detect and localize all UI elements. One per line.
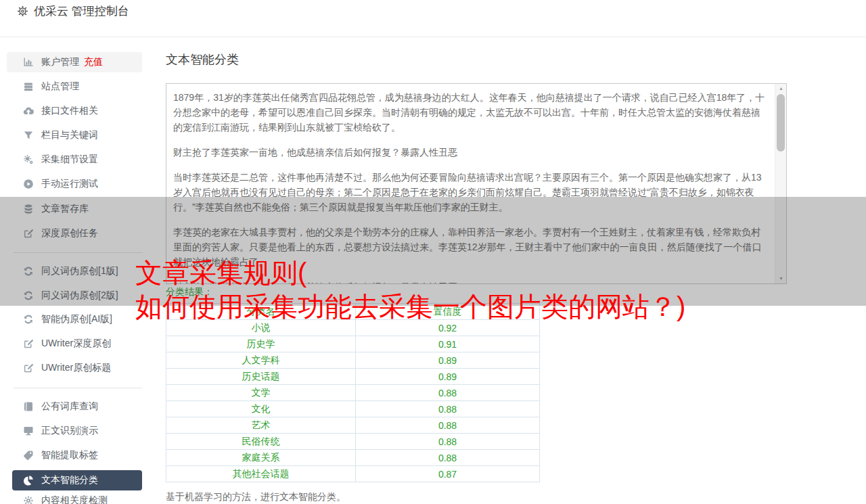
sidebar-item-18[interactable]: 内容相关度检测 <box>12 490 142 504</box>
sidebar-item-label: 文章暂存库 <box>41 203 89 215</box>
category-cell: 小说 <box>166 320 356 336</box>
sidebar-item-label: 同义词伪原创[2版] <box>41 290 118 302</box>
table-row: 文化0.88 <box>166 401 540 417</box>
sidebar-item-6[interactable]: 手动运行测试 <box>12 174 142 194</box>
sidebar-divider <box>14 252 142 253</box>
table-row: 人文学科0.89 <box>166 352 540 369</box>
sidebar-item-4[interactable]: 栏目与关键词 <box>12 125 142 145</box>
table-row: 艺术0.88 <box>166 417 540 434</box>
server-icon <box>23 81 34 92</box>
category-cell: 其他社会话题 <box>166 466 356 482</box>
category-cell: 文学 <box>166 385 356 401</box>
table-row: 民俗传统0.88 <box>166 434 540 450</box>
column-header: 分类名 <box>166 304 356 320</box>
sidebar-item-9[interactable]: 同义词伪原创[1版] <box>12 261 142 281</box>
sidebar-item-15[interactable]: 正文识别演示 <box>12 421 142 441</box>
scroll-up-icon[interactable]: ▲ <box>775 84 787 93</box>
book-icon <box>23 401 34 412</box>
table-row: 家庭关系0.88 <box>166 450 540 466</box>
confidence-cell: 0.88 <box>356 385 540 401</box>
article-paragraph-4: 李莲英的老家在大城县李贾村，他的父亲是个勤劳本分的庄稼人，靠种田养活一家老小。李… <box>173 225 766 269</box>
sidebar-divider <box>14 388 142 388</box>
sidebar-item-2[interactable]: 站点管理 <box>12 76 142 97</box>
database-icon <box>23 204 34 214</box>
bar-chart-icon <box>23 57 34 68</box>
sidebar-item-11[interactable]: 智能伪原创[AI版] <box>12 309 142 329</box>
sidebar-item-label: 公有词库查询 <box>41 400 98 413</box>
sidebar-item-label: 手动运行测试 <box>41 178 98 190</box>
sidebar-item-17[interactable]: 文本智能分类 <box>12 470 142 490</box>
result-label: 分类结果： <box>166 286 213 298</box>
confidence-cell: 0.91 <box>356 336 540 352</box>
article-scrollbar[interactable]: ▲ ▼ <box>775 84 786 283</box>
sidebar-item-5[interactable]: 采集细节设置 <box>12 150 142 170</box>
category-cell: 历史学 <box>166 336 356 352</box>
sidebar-item-label: 正文识别演示 <box>41 425 98 437</box>
pie-chart-icon <box>23 475 34 486</box>
article-textarea[interactable]: 1879年，31岁的李莲英出任储秀宫四品花翎总管，成为慈禧身边的大红人。这年春天… <box>166 83 787 284</box>
category-cell: 历史话题 <box>166 369 356 385</box>
edit-icon <box>23 228 34 239</box>
category-cell: 民俗传统 <box>166 434 356 450</box>
app-window: 优采云 管理控制台 账户管理充值站点管理接口文件相关栏目与关键词采集细节设置手动… <box>0 0 866 504</box>
confidence-cell: 0.88 <box>356 401 540 417</box>
confidence-cell: 0.88 <box>356 434 540 450</box>
table-row: 历史话题0.89 <box>166 369 540 385</box>
sidebar-item-1[interactable]: 账户管理充值 <box>7 52 142 72</box>
footnote-text: 基于机器学习的方法，进行文本智能分类。 <box>166 491 346 503</box>
edit-icon <box>23 338 34 349</box>
confidence-cell: 0.87 <box>356 466 540 482</box>
category-cell: 家庭关系 <box>166 450 356 466</box>
sidebar-item-label: 账户管理 <box>41 56 79 68</box>
article-paragraph-5: 财主抢了李莲英家一亩地，他成慈禧亲信后如何报复？暴露人性丑恶 <box>173 279 766 284</box>
results-table: 分类名置信度小说0.92历史学0.91人文学科0.89历史话题0.89文学0.8… <box>166 303 540 482</box>
sidebar-item-12[interactable]: UWriter深度原创 <box>12 334 142 354</box>
scroll-down-icon[interactable]: ▼ <box>775 274 787 283</box>
table-header-row: 分类名置信度 <box>166 304 540 320</box>
sidebar-item-label: UWriter深度原创 <box>41 338 111 350</box>
sidebar-item-label: 智能伪原创[AI版] <box>41 313 112 325</box>
confidence-cell: 0.88 <box>356 417 540 434</box>
sidebar-item-label: 深度原创任务 <box>41 227 98 239</box>
sidebar-item-label: 内容相关度检测 <box>41 495 108 504</box>
table-row: 文学0.88 <box>166 385 540 401</box>
confidence-cell: 0.92 <box>356 320 540 336</box>
article-paragraph-2: 财主抢了李莲英家一亩地，他成慈禧亲信后如何报复？暴露人性丑恶 <box>173 145 766 160</box>
category-cell: 艺术 <box>166 417 356 434</box>
gears-icon <box>23 154 34 165</box>
sidebar-item-10[interactable]: 同义词伪原创[2版] <box>12 285 142 306</box>
category-cell: 文化 <box>166 401 356 417</box>
edit-icon <box>23 363 34 373</box>
app-header: 优采云 管理控制台 <box>0 0 866 37</box>
sidebar-item-13[interactable]: UWriter原创标题 <box>12 358 142 378</box>
sidebar-item-3[interactable]: 接口文件相关 <box>12 101 142 121</box>
article-paragraph-1: 1879年，31岁的李莲英出任储秀宫四品花翎总管，成为慈禧身边的大红人。这年春天… <box>173 90 766 135</box>
confidence-cell: 0.88 <box>356 450 540 466</box>
category-cell: 人文学科 <box>166 352 356 369</box>
sidebar-item-label: 栏目与关键词 <box>41 129 98 141</box>
sidebar-item-7[interactable]: 文章暂存库 <box>12 199 142 219</box>
refresh-icon <box>23 290 34 301</box>
table-row: 其他社会话题0.87 <box>166 466 540 482</box>
sidebar-item-label: 同义词伪原创[1版] <box>41 265 118 277</box>
refresh-icon <box>23 266 34 277</box>
gear-icon <box>23 495 34 504</box>
sidebar-item-label: 文本智能分类 <box>41 474 98 486</box>
table-row: 历史学0.91 <box>166 336 540 352</box>
sidebar-item-label: 智能提取标签 <box>41 449 98 461</box>
sidebar-item-label: 采集细节设置 <box>41 154 98 166</box>
sidebar-item-label: 站点管理 <box>41 81 79 93</box>
sidebar-item-8[interactable]: 深度原创任务 <box>12 223 142 244</box>
refresh-icon <box>23 314 34 325</box>
sidebar-item-16[interactable]: 智能提取标签 <box>12 445 142 465</box>
sidebar-item-label: UWriter原创标题 <box>41 362 111 374</box>
confidence-cell: 0.89 <box>356 369 540 385</box>
confidence-cell: 0.89 <box>356 352 540 369</box>
play-circle-icon <box>23 179 34 189</box>
article-paragraph-3: 当时李莲英还是二总管，这件事他再清楚不过。那么他为何还要冒险向慈禧请求出宫呢？主… <box>173 170 766 214</box>
funnel-icon <box>23 130 34 141</box>
scrollbar-thumb[interactable] <box>777 94 785 152</box>
sidebar-item-14[interactable]: 公有词库查询 <box>12 396 142 417</box>
recharge-link[interactable]: 充值 <box>84 56 103 68</box>
page-title: 文本智能分类 <box>166 51 239 68</box>
